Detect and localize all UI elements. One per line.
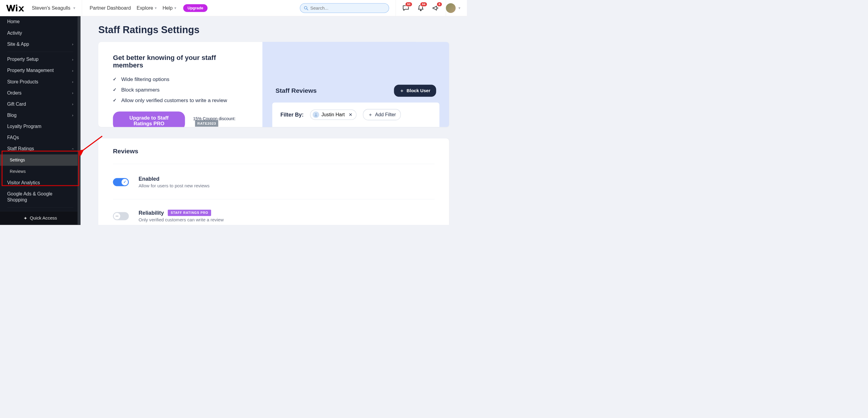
cta-row: Upgrade to Staff Ratings PRO 15% Coupon … <box>113 111 248 127</box>
sidebar-item-site-app[interactable]: Site & App› <box>0 39 81 50</box>
svg-point-1 <box>16 4 18 6</box>
top-header: Steven's Seagulls ▾ Partner Dashboard Ex… <box>0 0 467 16</box>
divider <box>113 164 434 164</box>
promo-left: Get better knowing of your staff members… <box>98 42 262 127</box>
search-box[interactable] <box>300 3 389 13</box>
chevron-right-icon: › <box>72 113 73 117</box>
sidebar-item-property-management[interactable]: Property Management› <box>0 65 81 76</box>
divider <box>113 199 434 199</box>
coupon-code: RATE2023 <box>195 120 218 127</box>
sidebar-item-home[interactable]: Home <box>0 16 81 27</box>
site-selector[interactable]: Steven's Seagulls ▾ <box>30 5 82 10</box>
chevron-down-icon: ▾ <box>459 6 460 10</box>
promo-heading: Get better knowing of your staff members <box>113 54 248 69</box>
check-icon: ✓ <box>113 76 116 82</box>
chat-notif[interactable]: 50 <box>402 4 409 12</box>
sidebar-item-property-setup[interactable]: Property Setup› <box>0 54 81 65</box>
filter-card: Filter By: Justin Hart ✕ ＋ Add Filter <box>272 103 439 127</box>
top-nav: Partner Dashboard Explore▾ Help▾ Upgrade <box>82 4 208 12</box>
upgrade-pro-button[interactable]: Upgrade to Staff Ratings PRO <box>113 111 185 127</box>
enabled-toggle[interactable]: ✓ <box>113 178 129 186</box>
chevron-up-icon: › <box>70 148 75 149</box>
avatar <box>446 3 456 13</box>
sidebar-item-faqs[interactable]: FAQs <box>0 132 81 143</box>
avatar-icon <box>313 111 319 118</box>
site-name: Steven's Seagulls <box>32 5 70 10</box>
quick-access-button[interactable]: ✦ Quick Access <box>0 211 81 225</box>
staff-reviews-heading: Staff Reviews <box>276 87 317 94</box>
close-icon[interactable]: ✕ <box>349 112 352 117</box>
nav-explore[interactable]: Explore▾ <box>136 5 157 10</box>
chevron-right-icon: › <box>72 68 73 73</box>
enabled-title: Enabled <box>138 176 209 182</box>
svg-line-3 <box>307 9 308 10</box>
search-wrap <box>300 3 389 13</box>
filter-label: Filter By: <box>280 111 304 117</box>
search-input[interactable] <box>310 5 385 10</box>
sidebar-item-gift-card[interactable]: Gift Card› <box>0 99 81 110</box>
main-content: Staff Ratings Settings Get better knowin… <box>81 16 467 225</box>
check-icon: ✓ <box>123 180 126 184</box>
setting-row-enabled: ✓ Enabled Allow for users to post new re… <box>113 173 434 196</box>
reviews-panel: Reviews ✓ Enabled Allow for users to pos… <box>98 138 449 225</box>
sidebar: Home Activity Site & App› Property Setup… <box>0 16 81 225</box>
check-icon: ✓ <box>113 98 116 103</box>
block-user-button[interactable]: ＋ Block User <box>394 84 436 97</box>
feature-item: ✓Block spammers <box>113 87 248 93</box>
chevron-down-icon: ▾ <box>155 6 157 10</box>
search-icon <box>304 6 308 10</box>
filter-chip[interactable]: Justin Hart ✕ <box>310 109 356 119</box>
sparkle-icon: ✦ <box>24 215 27 221</box>
chevron-right-icon: › <box>72 79 73 84</box>
sidebar-item-staff-ratings[interactable]: Staff Ratings› <box>0 143 81 154</box>
divider <box>7 52 73 52</box>
chevron-down-icon: ▾ <box>73 6 75 10</box>
enabled-desc: Allow for users to post new reviews <box>138 183 209 188</box>
chevron-right-icon: › <box>72 57 73 62</box>
chevron-right-icon: › <box>72 42 73 46</box>
chevron-right-icon: › <box>72 102 73 106</box>
announce-notif[interactable]: 8 <box>432 4 439 12</box>
svg-rect-0 <box>16 6 18 11</box>
chip-label: Justin Hart <box>321 112 345 117</box>
reliability-desc: Only verified customers can write a revi… <box>138 217 223 222</box>
nav-partner-dashboard[interactable]: Partner Dashboard <box>90 5 131 10</box>
sidebar-item-store-products[interactable]: Store Products› <box>0 76 81 87</box>
sidebar-item-loyalty[interactable]: Loyalty Program <box>0 121 81 132</box>
sidebar-item-activity[interactable]: Activity <box>0 27 81 39</box>
sidebar-item-orders[interactable]: Orders› <box>0 87 81 99</box>
nav-help[interactable]: Help▾ <box>162 5 176 10</box>
profile-menu[interactable]: ▾ <box>446 3 467 13</box>
chevron-right-icon: › <box>72 91 73 95</box>
feature-list: ✓Wide filtering options ✓Block spammers … <box>113 76 248 103</box>
plus-icon: ＋ <box>400 88 404 94</box>
feature-item: ✓Allow only verified customers to write … <box>113 97 248 103</box>
upgrade-button[interactable]: Upgrade <box>183 4 208 12</box>
announce-badge: 8 <box>437 2 442 7</box>
staff-reviews-preview: Staff Reviews ＋ Block User Filter By: Ju… <box>262 42 449 127</box>
bell-notif[interactable]: 84 <box>417 4 424 12</box>
add-filter-button[interactable]: ＋ Add Filter <box>363 109 401 120</box>
sidebar-item-google-ads[interactable]: Google Ads & Google Shopping <box>0 188 81 206</box>
reliability-toggle[interactable] <box>113 212 129 220</box>
notif-group: 50 84 8 <box>396 4 446 12</box>
chat-badge: 50 <box>405 2 412 7</box>
chevron-down-icon: ▾ <box>174 6 176 10</box>
sidebar-sub-settings[interactable]: Settings <box>0 154 81 166</box>
svg-point-4 <box>315 113 317 115</box>
coupon: 15% Coupon discount: RATE2023 <box>193 116 248 126</box>
sidebar-sub-reviews[interactable]: Reviews <box>0 166 81 177</box>
reliability-title: Reliability STAFF RATINGS PRO <box>138 210 223 216</box>
feature-item: ✓Wide filtering options <box>113 76 248 82</box>
reviews-heading: Reviews <box>113 148 434 155</box>
check-icon: ✓ <box>113 87 116 93</box>
sidebar-item-visitor-analytics[interactable]: Visitor Analytics <box>0 177 81 188</box>
scrollbar[interactable] <box>78 16 81 225</box>
promo-panel: Get better knowing of your staff members… <box>98 42 449 127</box>
pro-badge: STAFF RATINGS PRO <box>168 210 211 216</box>
plus-icon: ＋ <box>368 111 373 118</box>
page-title: Staff Ratings Settings <box>98 24 449 36</box>
wix-logo[interactable] <box>0 4 30 12</box>
setting-row-reliability: Reliability STAFF RATINGS PRO Only verif… <box>113 206 434 225</box>
sidebar-item-blog[interactable]: Blog› <box>0 110 81 121</box>
